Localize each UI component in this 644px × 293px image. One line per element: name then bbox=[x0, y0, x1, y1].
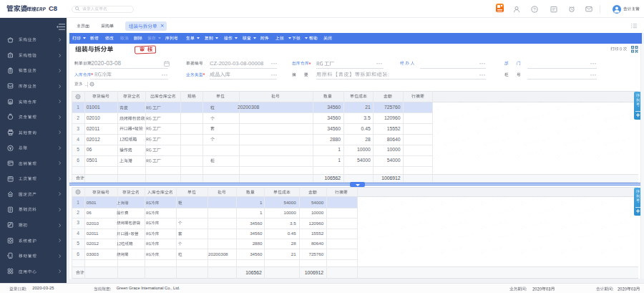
svg-text:?: ? bbox=[533, 7, 536, 11]
